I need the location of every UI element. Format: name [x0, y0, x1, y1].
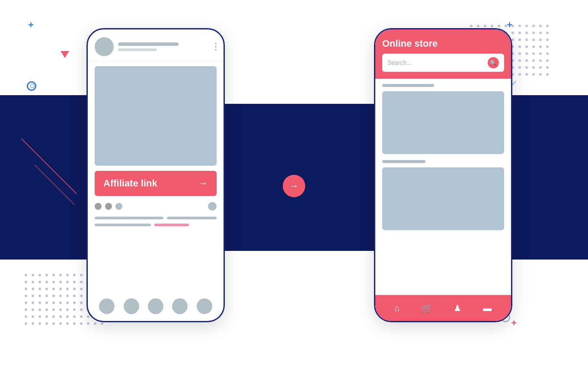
- nav-icon-2[interactable]: [124, 298, 139, 314]
- svg-point-101: [59, 274, 62, 276]
- svg-point-172: [52, 315, 55, 318]
- nav-icon-4[interactable]: [172, 298, 188, 314]
- svg-point-121: [32, 288, 34, 290]
- svg-point-152: [80, 301, 83, 304]
- svg-point-173: [59, 315, 62, 318]
- svg-point-125: [59, 288, 62, 290]
- svg-point-91: [518, 73, 521, 76]
- svg-point-122: [38, 288, 41, 290]
- svg-point-176: [80, 315, 83, 318]
- product-label-2: [382, 160, 504, 163]
- text-line-3: [95, 224, 151, 226]
- svg-point-58: [539, 52, 542, 55]
- svg-point-149: [59, 301, 62, 304]
- svg-point-69: [532, 59, 535, 62]
- svg-point-180: [25, 322, 27, 325]
- svg-point-32: [525, 38, 528, 41]
- svg-point-158: [38, 308, 41, 311]
- svg-point-132: [25, 295, 27, 297]
- svg-point-115: [73, 281, 76, 283]
- svg-point-160: [52, 308, 55, 311]
- svg-point-20: [525, 32, 528, 34]
- svg-point-188: [80, 322, 83, 325]
- svg-point-57: [532, 52, 535, 55]
- nav-icon-1[interactable]: [99, 298, 115, 314]
- svg-point-1: [477, 25, 479, 27]
- svg-point-191: [101, 322, 103, 325]
- left-phone: Affiliate link →: [86, 28, 225, 322]
- svg-point-59: [546, 52, 549, 55]
- svg-point-157: [32, 308, 34, 311]
- svg-point-128: [80, 288, 83, 290]
- svg-point-127: [73, 288, 76, 290]
- deco-plus-4: +: [511, 317, 517, 329]
- affiliate-banner[interactable]: Affiliate link →: [95, 171, 217, 196]
- user-icon[interactable]: ♟: [454, 303, 461, 313]
- product-image-1[interactable]: [382, 91, 504, 154]
- svg-point-104: [80, 274, 83, 276]
- svg-point-33: [532, 38, 535, 41]
- arrow-between-phones: →: [283, 175, 305, 197]
- store-bottom-nav: ⌂ 🛒 ♟ ▬: [375, 295, 511, 321]
- svg-point-47: [546, 45, 549, 48]
- svg-point-189: [87, 322, 89, 325]
- svg-point-126: [66, 288, 69, 290]
- search-icon[interactable]: 🔍: [488, 57, 499, 68]
- product-label-line-2: [382, 160, 425, 163]
- svg-point-174: [66, 315, 69, 318]
- store-content: [375, 79, 511, 241]
- svg-point-186: [66, 322, 69, 325]
- svg-point-103: [73, 274, 76, 276]
- svg-point-114: [66, 281, 69, 283]
- svg-point-146: [38, 301, 41, 304]
- svg-point-156: [25, 308, 27, 311]
- header-line-2: [118, 48, 157, 51]
- dot-inactive-1: [115, 203, 122, 210]
- text-line-2: [167, 217, 217, 219]
- svg-point-144: [25, 301, 27, 304]
- svg-point-136: [52, 295, 55, 297]
- product-image-2[interactable]: [382, 167, 504, 230]
- svg-point-140: [80, 295, 83, 297]
- svg-point-110: [38, 281, 41, 283]
- svg-point-181: [32, 322, 34, 325]
- cart-icon[interactable]: 🛒: [422, 303, 432, 313]
- svg-point-45: [532, 45, 535, 48]
- svg-point-95: [546, 73, 549, 76]
- home-icon[interactable]: ⌂: [395, 303, 400, 313]
- svg-point-93: [532, 73, 535, 76]
- svg-point-2: [484, 25, 486, 27]
- svg-point-44: [525, 45, 528, 48]
- bottom-nav-left: [88, 298, 224, 314]
- card-icon[interactable]: ▬: [483, 303, 492, 313]
- text-line-1: [95, 217, 163, 219]
- svg-point-23: [546, 32, 549, 34]
- svg-point-46: [539, 45, 542, 48]
- nav-icon-5[interactable]: [197, 298, 212, 314]
- header-menu-dots: [215, 43, 217, 51]
- svg-point-138: [66, 295, 69, 297]
- deco-circle-1: [27, 81, 36, 91]
- svg-point-133: [32, 295, 34, 297]
- svg-point-123: [45, 288, 48, 290]
- deco-plus-1: +: [28, 19, 34, 31]
- svg-point-162: [66, 308, 69, 311]
- svg-point-99: [45, 274, 48, 276]
- svg-point-185: [59, 322, 62, 325]
- nav-icon-3[interactable]: [148, 298, 163, 314]
- search-bar[interactable]: Search... 🔍: [382, 54, 504, 72]
- svg-point-34: [539, 38, 542, 41]
- svg-point-175: [73, 315, 76, 318]
- store-title: Online store: [382, 38, 504, 49]
- svg-point-10: [539, 25, 542, 27]
- svg-point-150: [66, 301, 69, 304]
- svg-point-124: [52, 288, 55, 290]
- svg-point-145: [32, 301, 34, 304]
- product-label-1: [382, 84, 504, 87]
- social-header: [88, 29, 224, 61]
- dot-3: [215, 49, 217, 51]
- svg-point-71: [546, 59, 549, 62]
- svg-point-67: [518, 59, 521, 62]
- bg-rect-right: [502, 95, 588, 260]
- deco-triangle: [61, 51, 69, 58]
